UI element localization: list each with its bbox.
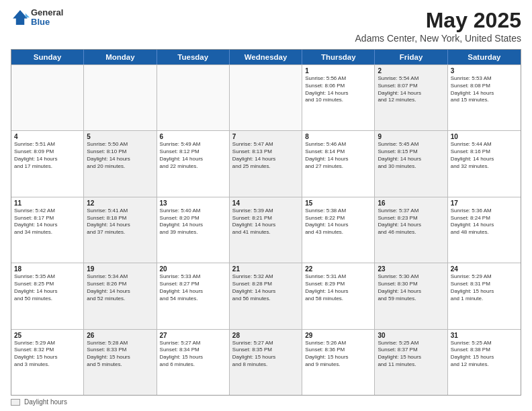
- cal-header-cell: Thursday: [302, 50, 375, 64]
- day-number: 3: [451, 67, 518, 75]
- day-info: Sunrise: 5:27 AM Sunset: 8:34 PM Dayligh…: [160, 340, 226, 369]
- cal-cell: 13Sunrise: 5:40 AM Sunset: 8:20 PM Dayli…: [157, 197, 230, 263]
- day-info: Sunrise: 5:36 AM Sunset: 8:24 PM Dayligh…: [451, 208, 518, 236]
- cal-cell: 17Sunrise: 5:36 AM Sunset: 8:24 PM Dayli…: [448, 197, 521, 263]
- cal-cell: 18Sunrise: 5:35 AM Sunset: 8:25 PM Dayli…: [11, 263, 84, 328]
- day-info: Sunrise: 5:53 AM Sunset: 8:08 PM Dayligh…: [451, 75, 518, 104]
- cal-week: 1Sunrise: 5:56 AM Sunset: 8:06 PM Daylig…: [11, 64, 521, 130]
- cal-cell: 27Sunrise: 5:27 AM Sunset: 8:34 PM Dayli…: [157, 330, 230, 395]
- footer-label: Daylight hours: [24, 398, 67, 406]
- day-number: 17: [451, 199, 518, 207]
- cal-cell: 3Sunrise: 5:53 AM Sunset: 8:08 PM Daylig…: [448, 65, 521, 130]
- cal-header-cell: Sunday: [11, 50, 84, 64]
- day-info: Sunrise: 5:51 AM Sunset: 8:09 PM Dayligh…: [14, 141, 81, 170]
- cal-cell: 11Sunrise: 5:42 AM Sunset: 8:17 PM Dayli…: [11, 197, 84, 263]
- day-number: 8: [305, 133, 371, 140]
- cal-cell: 21Sunrise: 5:32 AM Sunset: 8:28 PM Dayli…: [230, 263, 302, 328]
- day-number: 21: [232, 265, 299, 273]
- day-info: Sunrise: 5:28 AM Sunset: 8:33 PM Dayligh…: [87, 340, 153, 369]
- cal-cell: 29Sunrise: 5:26 AM Sunset: 8:36 PM Dayli…: [302, 330, 375, 395]
- day-info: Sunrise: 5:35 AM Sunset: 8:25 PM Dayligh…: [14, 273, 81, 302]
- day-info: Sunrise: 5:47 AM Sunset: 8:13 PM Dayligh…: [232, 141, 299, 170]
- cal-cell: 25Sunrise: 5:29 AM Sunset: 8:32 PM Dayli…: [11, 330, 84, 395]
- cal-week: 11Sunrise: 5:42 AM Sunset: 8:17 PM Dayli…: [11, 197, 521, 263]
- cal-cell: 20Sunrise: 5:33 AM Sunset: 8:27 PM Dayli…: [157, 263, 230, 328]
- day-info: Sunrise: 5:49 AM Sunset: 8:12 PM Dayligh…: [160, 141, 226, 170]
- logo-text: General Blue: [31, 8, 63, 28]
- day-info: Sunrise: 5:41 AM Sunset: 8:18 PM Dayligh…: [87, 208, 153, 236]
- cal-week: 25Sunrise: 5:29 AM Sunset: 8:32 PM Dayli…: [11, 329, 521, 395]
- day-info: Sunrise: 5:25 AM Sunset: 8:37 PM Dayligh…: [378, 340, 444, 369]
- subtitle: Adams Center, New York, United States: [355, 33, 521, 44]
- cal-cell: 22Sunrise: 5:31 AM Sunset: 8:29 PM Dayli…: [302, 263, 375, 328]
- cal-cell: [157, 65, 230, 130]
- day-info: Sunrise: 5:25 AM Sunset: 8:38 PM Dayligh…: [451, 340, 518, 369]
- cal-week: 4Sunrise: 5:51 AM Sunset: 8:09 PM Daylig…: [11, 130, 521, 196]
- day-info: Sunrise: 5:31 AM Sunset: 8:29 PM Dayligh…: [305, 273, 371, 302]
- title-area: May 2025 Adams Center, New York, United …: [355, 8, 521, 44]
- day-number: 31: [451, 332, 518, 339]
- day-number: 2: [378, 67, 444, 75]
- day-number: 25: [14, 332, 81, 339]
- day-number: 16: [378, 199, 444, 207]
- cal-cell: 10Sunrise: 5:44 AM Sunset: 8:16 PM Dayli…: [448, 131, 521, 196]
- day-number: 7: [232, 133, 299, 140]
- cal-cell: [11, 65, 84, 130]
- day-number: 10: [451, 133, 518, 140]
- day-number: 30: [378, 332, 444, 339]
- logo-icon: [11, 8, 30, 27]
- day-info: Sunrise: 5:37 AM Sunset: 8:23 PM Dayligh…: [378, 208, 444, 236]
- day-info: Sunrise: 5:29 AM Sunset: 8:31 PM Dayligh…: [451, 273, 518, 302]
- day-number: 23: [378, 265, 444, 273]
- day-number: 1: [305, 67, 371, 75]
- cal-cell: 9Sunrise: 5:45 AM Sunset: 8:15 PM Daylig…: [375, 131, 447, 196]
- day-info: Sunrise: 5:40 AM Sunset: 8:20 PM Dayligh…: [160, 208, 226, 236]
- cal-cell: 6Sunrise: 5:49 AM Sunset: 8:12 PM Daylig…: [157, 131, 230, 196]
- cal-cell: 19Sunrise: 5:34 AM Sunset: 8:26 PM Dayli…: [84, 263, 157, 328]
- day-number: 15: [305, 199, 371, 207]
- header: General Blue May 2025 Adams Center, New …: [11, 8, 521, 44]
- cal-header-cell: Friday: [375, 50, 447, 64]
- svg-marker-0: [13, 10, 28, 25]
- day-info: Sunrise: 5:27 AM Sunset: 8:35 PM Dayligh…: [232, 340, 299, 369]
- cal-cell: 31Sunrise: 5:25 AM Sunset: 8:38 PM Dayli…: [448, 330, 521, 395]
- cal-cell: [230, 65, 302, 130]
- cal-cell: 15Sunrise: 5:38 AM Sunset: 8:22 PM Dayli…: [302, 197, 375, 263]
- day-info: Sunrise: 5:39 AM Sunset: 8:21 PM Dayligh…: [232, 208, 299, 236]
- day-info: Sunrise: 5:32 AM Sunset: 8:28 PM Dayligh…: [232, 273, 299, 302]
- cal-cell: 8Sunrise: 5:46 AM Sunset: 8:14 PM Daylig…: [302, 131, 375, 196]
- day-number: 4: [14, 133, 81, 140]
- day-number: 28: [232, 332, 299, 339]
- day-number: 20: [160, 265, 226, 273]
- day-info: Sunrise: 5:29 AM Sunset: 8:32 PM Dayligh…: [14, 340, 81, 369]
- cal-cell: 28Sunrise: 5:27 AM Sunset: 8:35 PM Dayli…: [230, 330, 302, 395]
- page: General Blue May 2025 Adams Center, New …: [0, 0, 532, 411]
- cal-cell: 26Sunrise: 5:28 AM Sunset: 8:33 PM Dayli…: [84, 330, 157, 395]
- day-info: Sunrise: 5:30 AM Sunset: 8:30 PM Dayligh…: [378, 273, 444, 302]
- day-info: Sunrise: 5:54 AM Sunset: 8:07 PM Dayligh…: [378, 75, 444, 104]
- calendar-header: SundayMondayTuesdayWednesdayThursdayFrid…: [11, 50, 521, 64]
- cal-cell: [84, 65, 157, 130]
- cal-cell: 23Sunrise: 5:30 AM Sunset: 8:30 PM Dayli…: [375, 263, 447, 328]
- day-info: Sunrise: 5:56 AM Sunset: 8:06 PM Dayligh…: [305, 75, 371, 104]
- day-info: Sunrise: 5:26 AM Sunset: 8:36 PM Dayligh…: [305, 340, 371, 369]
- day-info: Sunrise: 5:33 AM Sunset: 8:27 PM Dayligh…: [160, 273, 226, 302]
- cal-cell: 16Sunrise: 5:37 AM Sunset: 8:23 PM Dayli…: [375, 197, 447, 263]
- day-info: Sunrise: 5:34 AM Sunset: 8:26 PM Dayligh…: [87, 273, 153, 302]
- cal-cell: 12Sunrise: 5:41 AM Sunset: 8:18 PM Dayli…: [84, 197, 157, 263]
- cal-header-cell: Monday: [84, 50, 157, 64]
- cal-cell: 1Sunrise: 5:56 AM Sunset: 8:06 PM Daylig…: [302, 65, 375, 130]
- calendar: SundayMondayTuesdayWednesdayThursdayFrid…: [11, 49, 521, 396]
- cal-cell: 4Sunrise: 5:51 AM Sunset: 8:09 PM Daylig…: [11, 131, 84, 196]
- day-number: 24: [451, 265, 518, 273]
- cal-cell: 7Sunrise: 5:47 AM Sunset: 8:13 PM Daylig…: [230, 131, 302, 196]
- cal-header-cell: Saturday: [448, 50, 521, 64]
- cal-header-cell: Tuesday: [157, 50, 230, 64]
- cal-cell: 30Sunrise: 5:25 AM Sunset: 8:37 PM Dayli…: [375, 330, 447, 395]
- day-info: Sunrise: 5:45 AM Sunset: 8:15 PM Dayligh…: [378, 141, 444, 170]
- logo-general: General: [31, 8, 63, 17]
- day-number: 9: [378, 133, 444, 140]
- cal-cell: 24Sunrise: 5:29 AM Sunset: 8:31 PM Dayli…: [448, 263, 521, 328]
- day-number: 29: [305, 332, 371, 339]
- day-number: 18: [14, 265, 81, 273]
